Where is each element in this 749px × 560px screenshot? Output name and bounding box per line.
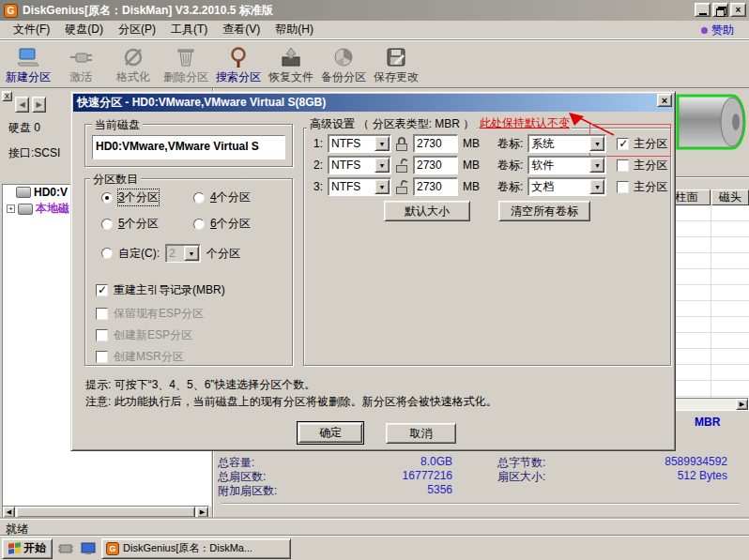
filesystem-select[interactable]: NTFS ▼ <box>328 134 391 153</box>
lock-closed-icon[interactable] <box>396 137 408 151</box>
start-button[interactable]: 开始 <box>2 538 53 559</box>
lock-open-icon[interactable] <box>396 180 408 194</box>
restore-button[interactable] <box>712 3 728 17</box>
column-header-head[interactable]: 磁头 <box>711 189 749 205</box>
toolbar-button-delete-partition[interactable]: 删除分区 <box>160 42 212 87</box>
menu-tools[interactable]: 工具(T) <box>163 20 215 39</box>
checkbox-icon <box>96 351 108 363</box>
toolbar-button-format[interactable]: 格式化 <box>107 42 160 87</box>
menu-view[interactable]: 查看(V) <box>215 20 268 39</box>
advanced-settings-label: 高级设置 （ 分区表类型: MBR ） <box>307 116 477 132</box>
toolbar-button-recover-files[interactable]: 恢复文件 <box>265 42 317 87</box>
disk-icon <box>18 204 33 215</box>
partition-row-2: 2: NTFS ▼ 2730 MB 卷标: 软件 ▼ 主分区 <box>313 156 667 174</box>
checkbox-label: 保留现有ESP分区 <box>114 306 204 322</box>
radio-5-partitions[interactable]: 5个分区 <box>101 216 159 232</box>
nav-forward-button[interactable]: ▶ <box>32 97 46 113</box>
radio-6-partitions[interactable]: 6个分区 <box>193 216 251 232</box>
menu-help[interactable]: 帮助(H) <box>268 20 321 39</box>
primary-label: 主分区 <box>634 136 667 152</box>
toolbar-label: 格式化 <box>116 69 150 85</box>
scroll-right-icon[interactable]: ▶ <box>736 399 748 410</box>
checkbox-checked-icon <box>96 284 108 296</box>
checkbox-rebuild-mbr[interactable]: 重建主引导记录(MBR) <box>96 282 225 298</box>
panel-close-button[interactable]: x <box>2 91 12 101</box>
expand-plus-icon[interactable]: + <box>7 204 15 213</box>
new-partition-icon <box>16 46 40 68</box>
status-bar: 就绪 <box>0 519 749 536</box>
primary-label: 主分区 <box>634 158 667 174</box>
toolbar-button-save-changes[interactable]: 保存更改 <box>370 42 422 87</box>
default-size-button[interactable]: 默认大小 <box>384 201 470 221</box>
chevron-down-icon: ▼ <box>589 158 604 173</box>
nav-back-button[interactable]: ◀ <box>15 97 29 113</box>
toolbar-button-activate[interactable]: 激活 <box>54 42 107 87</box>
custom-count-select[interactable]: 2 ▼ <box>165 244 201 263</box>
primary-checkbox-icon[interactable] <box>617 181 629 193</box>
checkbox-create-esp[interactable]: 创建新ESP分区 <box>96 327 192 343</box>
toolbar: 新建分区 激活 格式化 删除分区 搜索分区 恢复文件 备份分区 保存更改 <box>0 39 749 88</box>
quick-launch-chip-icon[interactable] <box>56 540 75 557</box>
tree-horizontal-scrollbar[interactable]: ◀ ▶ <box>2 506 209 519</box>
volume-label-select[interactable]: 软件 ▼ <box>527 156 606 174</box>
ok-button[interactable]: 确定 <box>297 421 364 445</box>
scroll-right-icon[interactable]: ▶ <box>196 507 208 518</box>
filesystem-select[interactable]: NTFS ▼ <box>328 177 391 196</box>
scroll-left-icon[interactable]: ◀ <box>3 507 15 518</box>
dialog-close-button[interactable]: × <box>657 94 672 107</box>
row-number: 1: <box>313 137 323 150</box>
checkbox-create-msr[interactable]: 创建MSR分区 <box>96 349 184 365</box>
task-label: DiskGenius[原名：DiskMa... <box>123 541 252 555</box>
radio-3-partitions[interactable]: 3个分区 <box>101 189 159 205</box>
toolbar-button-search-partition[interactable]: 搜索分区 <box>212 42 265 87</box>
volume-label-select[interactable]: 系统 ▼ <box>527 134 606 153</box>
toolbar-button-new-partition[interactable]: 新建分区 <box>2 42 54 87</box>
windows-flag-icon <box>8 542 21 553</box>
radio-4-partitions[interactable]: 4个分区 <box>193 189 251 205</box>
sponsor-link[interactable]: 赞助 <box>701 23 734 38</box>
volume-label-select[interactable]: 文档 ▼ <box>527 177 606 196</box>
menu-partition[interactable]: 分区(P) <box>111 20 163 39</box>
primary-label: 主分区 <box>634 179 667 195</box>
restore-icon <box>716 7 725 14</box>
volume-caption: 卷标: <box>497 158 523 174</box>
window-title: DiskGenius[原名：DiskMan] V3.2.2010.5 标准版 <box>23 3 273 19</box>
size-input[interactable]: 2730 <box>413 177 458 196</box>
info-value: 8.0GB <box>319 455 452 468</box>
disk-cylinder-graphic <box>676 91 749 153</box>
menu-file[interactable]: 文件(F) <box>6 20 57 39</box>
scrollbar-thumb[interactable] <box>16 507 195 518</box>
partition-row-3: 3: NTFS ▼ 2730 MB 卷标: 文档 ▼ 主分区 <box>313 177 667 196</box>
size-input[interactable]: 2730 <box>413 156 458 174</box>
toolbar-label: 备份分区 <box>321 69 366 85</box>
menu-disk[interactable]: 硬盘(D) <box>57 20 111 39</box>
volume-caption: 卷标: <box>497 179 523 195</box>
radio-icon <box>193 192 205 204</box>
unit-label: MB <box>463 137 480 150</box>
primary-checkbox-icon[interactable] <box>617 159 629 172</box>
taskbar-task-diskgenius[interactable]: G DiskGenius[原名：DiskMa... <box>101 538 291 559</box>
filesystem-select[interactable]: NTFS ▼ <box>328 156 391 174</box>
toolbar-button-backup-partition[interactable]: 备份分区 <box>317 42 370 87</box>
radio-icon <box>193 219 205 230</box>
size-input[interactable]: 2730 <box>413 134 458 153</box>
lock-open-icon[interactable] <box>396 159 408 173</box>
toolbar-label: 保存更改 <box>374 69 419 85</box>
primary-checkbox-checked-icon[interactable] <box>617 138 629 150</box>
search-partition-icon <box>226 46 251 68</box>
clear-labels-button[interactable]: 清空所有卷标 <box>498 201 590 221</box>
cancel-button[interactable]: 取消 <box>386 423 456 444</box>
backup-partition-icon <box>331 46 356 68</box>
radio-label: 6个分区 <box>210 216 251 232</box>
radio-custom-partitions[interactable]: 自定(C): 2 ▼ 个分区 <box>101 244 240 263</box>
checkbox-label: 创建MSR分区 <box>114 349 184 365</box>
unit-label: MB <box>463 159 480 172</box>
chevron-down-icon: ▼ <box>374 158 390 173</box>
current-disk-value[interactable]: HD0:VMware,VMware Virtual S <box>92 135 285 159</box>
checkbox-label: 创建新ESP分区 <box>114 327 192 343</box>
checkbox-keep-esp[interactable]: 保留现有ESP分区 <box>96 306 204 322</box>
close-button[interactable]: × <box>730 3 746 17</box>
quick-launch-desktop-icon[interactable] <box>79 540 98 557</box>
info-separator <box>222 503 740 505</box>
minimize-button[interactable] <box>695 3 711 17</box>
